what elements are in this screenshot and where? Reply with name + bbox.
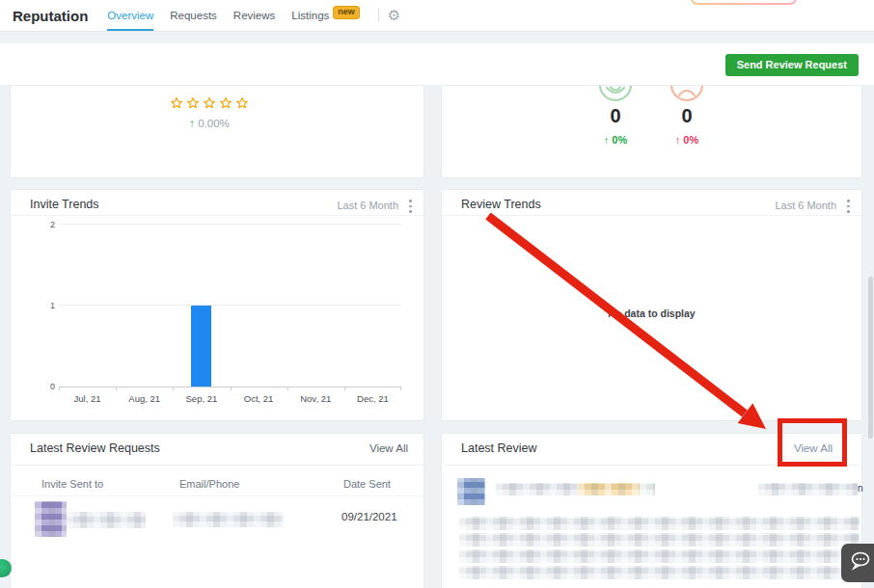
redacted-review-text-line bbox=[459, 549, 860, 563]
latest-review-requests-card: Latest Review Requests View All Invite S… bbox=[10, 433, 424, 588]
toolbar: Send Review Request bbox=[0, 43, 874, 85]
redacted-email-phone bbox=[173, 512, 284, 527]
divider bbox=[11, 465, 423, 466]
negative-trend: ↑ 0% bbox=[648, 134, 725, 146]
negative-trend-value: 0% bbox=[683, 134, 698, 146]
redacted-rating-tail bbox=[640, 483, 655, 495]
star-icon bbox=[234, 96, 251, 113]
bar-sep-21 bbox=[191, 306, 211, 387]
review-requests-view-all-link[interactable]: View All bbox=[369, 442, 408, 454]
divider bbox=[11, 215, 423, 216]
nav-divider bbox=[378, 9, 379, 22]
review-trends-range: Last 6 Month bbox=[775, 200, 836, 211]
gear-icon[interactable]: ⚙ bbox=[388, 0, 400, 31]
x-tick-label: Jul, 21 bbox=[59, 393, 116, 404]
y-tick-label: 2 bbox=[41, 220, 55, 229]
divider bbox=[442, 215, 861, 216]
redacted-reviewer-avatar bbox=[457, 478, 485, 505]
chat-launcher-button[interactable] bbox=[841, 544, 874, 582]
up-arrow-icon: ↑ bbox=[189, 118, 195, 129]
redacted-review-text-line bbox=[459, 566, 843, 579]
positive-trend: ↑ 0% bbox=[577, 134, 654, 146]
review-meta-trailing-char: n bbox=[858, 483, 863, 494]
redacted-star-rating bbox=[578, 483, 640, 495]
column-header-invite-sent-to: Invite Sent to bbox=[41, 478, 103, 490]
star-icon bbox=[218, 96, 234, 113]
tab-requests[interactable]: Requests bbox=[170, 0, 217, 31]
nav-tabs: Overview Requests Reviews Listingsnew bbox=[107, 0, 376, 31]
negative-count: 0 bbox=[648, 105, 725, 127]
tab-listings-label: Listings bbox=[291, 10, 329, 21]
tab-reviews-label: Reviews bbox=[233, 10, 275, 21]
redacted-review-meta bbox=[758, 483, 858, 495]
kebab-menu-icon[interactable] bbox=[844, 199, 852, 214]
review-trends-title: Review Trends bbox=[461, 198, 541, 211]
invite-trends-range: Last 6 Month bbox=[337, 200, 398, 211]
star-icon bbox=[185, 96, 202, 113]
top-gradient-pill bbox=[691, 0, 797, 5]
sentiment-stats-card: 0 ↑ 0% 0 ↑ 0% bbox=[441, 85, 862, 178]
y-tick-label: 1 bbox=[41, 301, 55, 310]
x-tick-label: Sep, 21 bbox=[173, 393, 230, 404]
positive-count: 0 bbox=[577, 105, 654, 127]
up-arrow-icon: ↑ bbox=[675, 134, 681, 146]
x-tick-mark bbox=[173, 387, 174, 390]
star-icon bbox=[169, 96, 185, 113]
redacted-review-text-line bbox=[459, 517, 860, 530]
tab-overview-label: Overview bbox=[107, 10, 153, 21]
gridline bbox=[59, 224, 401, 225]
tab-requests-label: Requests bbox=[170, 10, 217, 21]
rating-stats-card: ↑ 0.00% bbox=[10, 85, 424, 178]
divider bbox=[442, 465, 861, 466]
redacted-review-text-line bbox=[459, 533, 860, 547]
star-icon bbox=[202, 96, 218, 113]
chat-bubble-icon bbox=[849, 550, 872, 575]
x-tick-label: Dec, 21 bbox=[344, 393, 401, 404]
x-tick-mark bbox=[344, 387, 345, 390]
rating-trend-value: 0.00% bbox=[198, 118, 230, 129]
x-tick-label: Aug, 21 bbox=[116, 393, 173, 404]
x-tick-mark bbox=[116, 387, 117, 390]
reputation-dashboard: Reputation Overview Requests Reviews Lis… bbox=[0, 0, 874, 588]
divider bbox=[11, 495, 423, 496]
latest-review-requests-title: Latest Review Requests bbox=[30, 441, 160, 455]
send-review-request-button[interactable]: Send Review Request bbox=[725, 54, 859, 76]
x-tick-mark bbox=[59, 387, 60, 390]
top-gradient-pill-inner bbox=[693, 0, 795, 3]
x-tick-mark bbox=[231, 387, 232, 390]
redacted-avatar bbox=[35, 501, 67, 537]
positive-trend-value: 0% bbox=[612, 134, 627, 146]
tab-listings[interactable]: Listingsnew bbox=[291, 0, 360, 31]
tab-overview[interactable]: Overview bbox=[107, 0, 153, 31]
up-arrow-icon: ↑ bbox=[604, 134, 610, 146]
redacted-invitee-name bbox=[67, 512, 146, 528]
latest-review-view-all-link[interactable]: View All bbox=[794, 442, 833, 454]
new-badge: new bbox=[333, 6, 360, 19]
x-tick-label: Nov, 21 bbox=[287, 393, 344, 404]
gridline bbox=[59, 305, 401, 306]
rating-trend: ↑ 0.00% bbox=[11, 118, 408, 129]
no-data-message: No data to display bbox=[442, 307, 861, 319]
sad-face-icon bbox=[669, 85, 704, 106]
tab-reviews[interactable]: Reviews bbox=[233, 0, 275, 31]
y-tick-label: 0 bbox=[41, 382, 55, 391]
happy-face-icon bbox=[598, 85, 633, 106]
column-header-email-phone: Email/Phone bbox=[179, 478, 239, 490]
star-rating-icons bbox=[11, 96, 408, 114]
page-title: Reputation bbox=[13, 8, 88, 24]
vertical-scrollbar[interactable] bbox=[868, 277, 873, 439]
column-header-date-sent: Date Sent bbox=[343, 478, 391, 490]
x-tick-mark bbox=[400, 387, 401, 390]
latest-review-title: Latest Review bbox=[461, 441, 537, 455]
invite-trends-title: Invite Trends bbox=[30, 198, 99, 211]
review-trends-card: Review Trends Last 6 Month No data to di… bbox=[441, 189, 862, 421]
invite-trends-bar-chart: 012Jul, 21Aug, 21Sep, 21Oct, 21Nov, 21De… bbox=[59, 225, 401, 387]
x-tick-mark bbox=[287, 387, 288, 390]
invite-trends-card: Invite Trends Last 6 Month 012Jul, 21Aug… bbox=[10, 189, 424, 421]
kebab-menu-icon[interactable] bbox=[406, 199, 414, 214]
x-tick-label: Oct, 21 bbox=[231, 393, 287, 404]
redacted-reviewer-name bbox=[496, 483, 578, 495]
latest-review-card: Latest Review View All n bbox=[441, 433, 862, 588]
date-sent-value: 09/21/2021 bbox=[341, 511, 397, 522]
